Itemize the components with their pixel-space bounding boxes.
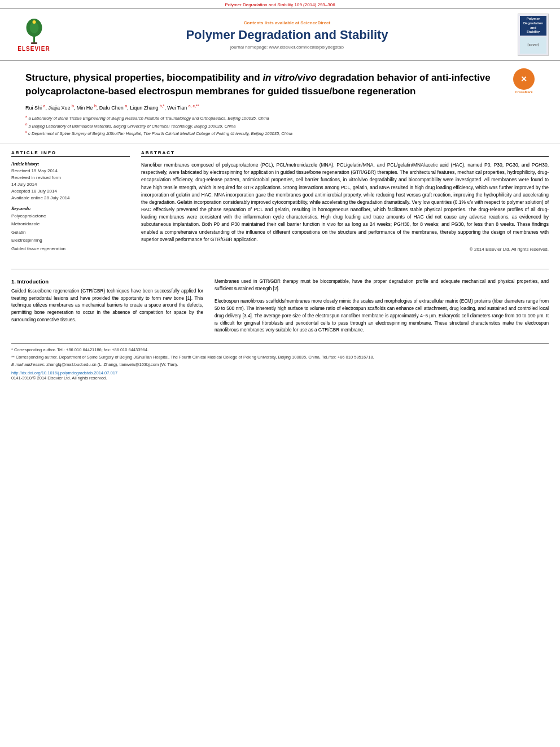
info-abstract-section: ARTICLE INFO Article history: Received 1… [0, 143, 560, 264]
journal-homepage: journal homepage: www.elsevier.com/locat… [63, 45, 511, 50]
footnote-star2: ** Corresponding author. Department of S… [11, 354, 549, 360]
section-divider [11, 269, 549, 269]
article-info-label: ARTICLE INFO [11, 150, 130, 157]
article-history: Article history: Received 19 May 2014 Re… [11, 161, 130, 202]
svg-point-3 [32, 20, 36, 24]
body-right-column: Membranes used in GTR/GBR therapy must b… [215, 278, 549, 334]
journal-title: Polymer Degradation and Stability [63, 28, 511, 42]
keyword-3: Gelatin [11, 229, 130, 237]
copyright-notice: © 2014 Elsevier Ltd. All rights reserved… [141, 247, 549, 252]
journal-reference: Polymer Degradation and Stability 109 (2… [0, 0, 560, 8]
journal-center: Contents lists available at ScienceDirec… [63, 20, 511, 50]
article-info-column: ARTICLE INFO Article history: Received 1… [11, 150, 130, 257]
abstract-text: Nanofiber membranes composed of polycapr… [141, 161, 549, 243]
article-title-section: Structure, physical properties, biocompa… [0, 61, 560, 143]
keyword-2: Metronidazole [11, 220, 130, 228]
journal-header: ELSEVIER Contents lists available at Sci… [0, 8, 560, 61]
available-date: Available online 28 July 2014 [11, 195, 130, 202]
footnote-star1: * Corresponding author. Tel.: +86 010 64… [11, 347, 549, 353]
elsevier-tree-icon [19, 18, 50, 46]
body-left-column: 1. Introduction Guided tissue/bone regen… [11, 278, 203, 334]
keywords-group: Keywords: Polycaprolactone Metronidazole… [11, 206, 130, 253]
received-date: Received 19 May 2014 [11, 168, 130, 174]
body-section: 1. Introduction Guided tissue/bone regen… [0, 274, 560, 339]
svg-rect-4 [31, 42, 37, 44]
history-label: Article history: [11, 161, 130, 167]
abstract-column: ABSTRACT Nanofiber membranes composed of… [141, 150, 549, 257]
crossmark-icon: ✕ [513, 68, 535, 90]
article-title: Structure, physical properties, biocompa… [25, 71, 508, 98]
keywords-label: Keywords: [11, 206, 130, 211]
crossmark-badge[interactable]: ✕ CrossMark [513, 68, 535, 94]
journal-cover-image: Polymer Degradation and Stability [cover… [518, 14, 549, 56]
elsevier-logo: ELSEVIER [11, 18, 56, 52]
intro-heading: 1. Introduction [11, 278, 203, 285]
keyword-5: Guided tissue regeneration [11, 245, 130, 253]
keyword-1: Polycaprolactone [11, 212, 130, 220]
revised-date: Received in revised form 14 July 2014 [11, 174, 130, 188]
issn-line: 0141-3910/© 2014 Elsevier Ltd. All right… [11, 375, 549, 381]
authors-line: Rui Shi a, Jiajia Xue b, Min He b, Dafu … [25, 104, 535, 111]
keywords-list: Polycaprolactone Metronidazole Gelatin E… [11, 212, 130, 253]
footnote-emails: E-mail addresses: zhanglq@mail.buct.edu.… [11, 361, 549, 368]
abstract-label: ABSTRACT [141, 150, 549, 157]
elsevier-wordmark: ELSEVIER [18, 46, 50, 52]
keyword-4: Electrospinning [11, 237, 130, 244]
sciencedirect-line: Contents lists available at ScienceDirec… [63, 20, 511, 25]
accepted-date: Accepted 18 July 2014 [11, 188, 130, 195]
intro-text-right: Membranes used in GTR/GBR therapy must b… [215, 278, 549, 292]
affiliations: a a Laboratory of Bone Tissue Engineerin… [25, 114, 535, 137]
intro-text-left: Guided tissue/bone regeneration (GTR/GBR… [11, 288, 203, 324]
doi-link[interactable]: http://dx.doi.org/10.1016/j.polymdegrads… [11, 370, 549, 375]
intro-text-right-2: Electrospun nanofibrous scaffolds/membra… [215, 298, 549, 334]
footnotes-section: * Corresponding author. Tel.: +86 010 64… [11, 343, 549, 381]
